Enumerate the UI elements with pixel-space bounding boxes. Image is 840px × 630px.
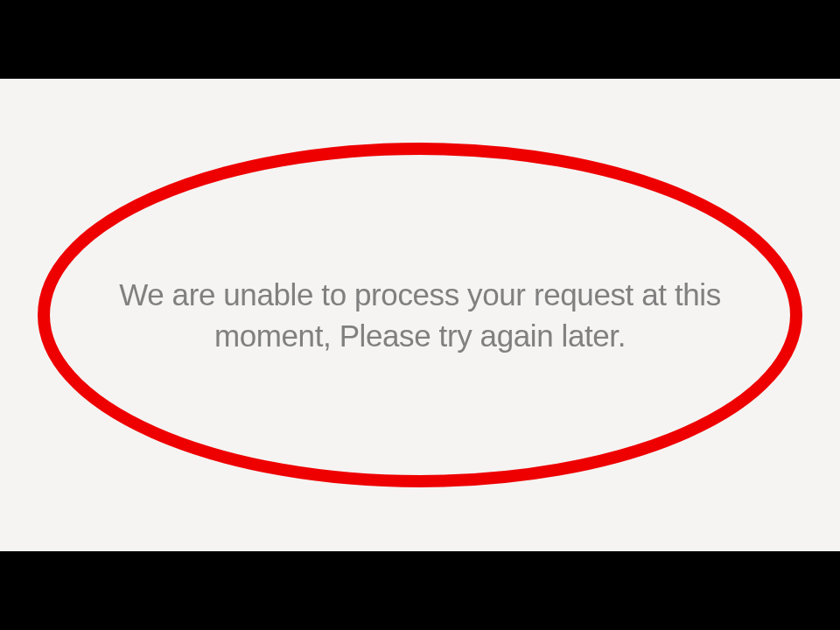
error-panel: We are unable to process your request at… <box>0 79 840 551</box>
error-message-line1: We are unable to process your request at… <box>119 277 721 312</box>
video-letterbox-top <box>0 0 840 79</box>
error-message: We are unable to process your request at… <box>119 274 721 357</box>
annotation-wrap: We are unable to process your request at… <box>26 131 814 499</box>
error-message-line2: moment, Please try again later. <box>214 318 626 353</box>
video-letterbox-bottom <box>0 551 840 630</box>
